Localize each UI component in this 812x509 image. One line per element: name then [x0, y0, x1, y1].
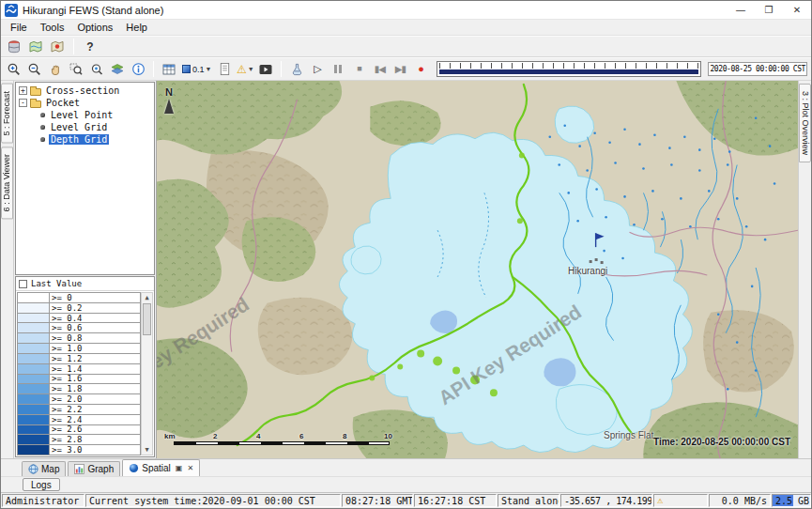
- report-icon[interactable]: [215, 60, 234, 79]
- legend-row-label: >= 2.4: [50, 415, 140, 424]
- menu-tools[interactable]: Tools: [34, 21, 71, 34]
- legend-header: Last Value: [16, 277, 154, 291]
- animation-icon[interactable]: [256, 60, 275, 79]
- tab-plot-overview[interactable]: 3 : Plot Overview: [799, 84, 811, 162]
- status-bar: Administrator Current system time:2020-0…: [1, 492, 811, 508]
- pan-hand-icon[interactable]: [46, 60, 65, 79]
- tree-expander-icon[interactable]: -: [19, 99, 27, 107]
- scroll-thumb[interactable]: [143, 303, 151, 335]
- pause-button[interactable]: [329, 60, 347, 79]
- legend-swatch: [18, 323, 50, 332]
- folder-icon: [30, 88, 41, 96]
- legend-swatch: [18, 405, 50, 414]
- step-forward-button[interactable]: ▶▮: [391, 60, 409, 79]
- legend-swatch: [18, 415, 50, 424]
- status-system-time: Current system time:2020-09-01 00:00 CST: [85, 494, 341, 507]
- thresholds-warning-dropdown[interactable]: ⚠ ▼: [236, 60, 254, 79]
- timeline-track: [439, 69, 698, 74]
- zoom-region-icon[interactable]: [67, 60, 85, 79]
- chart-icon: [74, 464, 84, 474]
- tree-item-cross-section[interactable]: +Cross-section: [16, 85, 154, 97]
- legend-row: >= 1.6: [18, 375, 140, 385]
- tab-data-viewer[interactable]: 6 : Data Viewer: [1, 147, 13, 219]
- bullet-icon: [40, 113, 45, 117]
- toolbar-separator: [73, 39, 74, 54]
- legend-row-label: >= 3.0: [50, 445, 140, 455]
- scroll-down-icon[interactable]: ▼: [145, 445, 148, 455]
- tree-item-level-point[interactable]: Level Point: [16, 109, 154, 121]
- legend-row-label: >= 2.0: [50, 394, 140, 404]
- layers-icon[interactable]: [108, 60, 127, 79]
- last-value-checkbox[interactable]: [19, 280, 27, 288]
- status-gmt-time: 08:27:18 GMT: [342, 494, 413, 507]
- legend-row: >= 1.2: [18, 354, 140, 364]
- tab-map[interactable]: Map: [22, 461, 66, 476]
- maximize-button[interactable]: ❐: [755, 1, 783, 20]
- main-area: 5 : Forecast 6 : Data Viewer +Cross-sect…: [1, 81, 811, 458]
- legend-row-label: >= 2.2: [50, 405, 140, 414]
- database-viewer-icon[interactable]: [5, 38, 23, 56]
- chevron-down-icon: ▼: [248, 66, 254, 72]
- tab-graph[interactable]: Graph: [68, 461, 120, 476]
- map-toolbar: 0.1 ▼ ⚠ ▼ ▷: [1, 57, 811, 81]
- legend-row-label: >= 1.4: [50, 364, 140, 374]
- legend-row-label: >= 0.4: [50, 314, 140, 323]
- legend-row: >= 2.4: [18, 415, 140, 425]
- legend-swatch: [18, 333, 50, 343]
- tree-item-pocket[interactable]: -Pocket: [16, 97, 154, 109]
- app-window: Hikurangi FEWS (Stand alone) — ❐ ✕ File …: [0, 0, 812, 509]
- grid-display-icon[interactable]: [160, 60, 178, 79]
- legend-swatch: [18, 303, 50, 313]
- help-button[interactable]: ?: [81, 38, 100, 56]
- tab-forecast[interactable]: 5 : Forecast: [1, 84, 13, 144]
- close-button[interactable]: ✕: [783, 1, 811, 20]
- bottom-tab-bar: Map Graph Spatial ▣ ✕: [1, 458, 811, 476]
- status-mode: Stand alone: [498, 494, 559, 507]
- zoom-out-icon[interactable]: [25, 60, 44, 79]
- legend-row: >= 1.0: [18, 344, 140, 354]
- menu-options[interactable]: Options: [70, 21, 119, 34]
- contour-value-dropdown[interactable]: 0.1 ▼: [180, 65, 213, 74]
- timeline-slider[interactable]: [437, 61, 701, 77]
- scroll-up-icon[interactable]: ▲: [145, 293, 148, 302]
- legend-row: >= 0.8: [18, 333, 140, 344]
- legend-swatch: [18, 394, 50, 404]
- status-memory: 2.5 GB: [772, 494, 811, 507]
- toolbar-separator: [153, 61, 154, 77]
- toolbar-separator: [281, 61, 282, 77]
- legend-row-label: >= 0.6: [50, 323, 140, 332]
- menu-file[interactable]: File: [4, 21, 34, 34]
- profile-tool-icon[interactable]: [287, 60, 306, 79]
- legend-scrollbar[interactable]: ▲ ▼: [141, 292, 153, 455]
- close-tab-icon[interactable]: ✕: [187, 465, 193, 472]
- zoom-extent-icon[interactable]: [87, 60, 106, 79]
- spatial-display-icon[interactable]: [48, 38, 67, 56]
- zoom-in-icon[interactable]: [5, 60, 23, 79]
- menu-bar: File Tools Options Help: [1, 20, 811, 36]
- tree-expander-icon[interactable]: +: [19, 86, 27, 95]
- tree-item-depth-grid[interactable]: Depth Grid: [16, 133, 154, 146]
- legend-row: >= 2.0: [18, 394, 140, 405]
- tree-item-level-grid[interactable]: Level Grid: [16, 121, 154, 133]
- flood-map[interactable]: N API Key Required API Key Required Hiku…: [157, 81, 798, 458]
- tab-spatial[interactable]: Spatial ▣ ✕: [122, 459, 200, 476]
- play-button[interactable]: ▷: [308, 60, 327, 79]
- record-button[interactable]: ●: [411, 60, 430, 79]
- undock-tab-icon[interactable]: ▣: [176, 465, 183, 472]
- legend-row: >= 1.8: [18, 384, 140, 394]
- stop-button[interactable]: ■: [349, 60, 368, 79]
- window-title: Hikurangi FEWS (Stand alone): [23, 5, 727, 16]
- step-back-button[interactable]: ▮◀: [370, 60, 389, 79]
- menu-help[interactable]: Help: [119, 21, 154, 34]
- map-display-icon[interactable]: [26, 38, 45, 56]
- legend-panel: Last Value >= 0>= 0.2>= 0.4>= 0.6>= 0.8>…: [15, 276, 155, 457]
- legend-swatch: [18, 375, 50, 384]
- legend-row-label: >= 1.6: [50, 375, 140, 384]
- warning-icon: ⚠: [657, 496, 663, 505]
- legend-swatch: [18, 384, 50, 393]
- chevron-down-icon: ▼: [206, 66, 212, 72]
- minimize-button[interactable]: —: [727, 1, 755, 20]
- logs-button[interactable]: Logs: [23, 478, 60, 491]
- legend-row: >= 0: [18, 293, 140, 303]
- info-icon[interactable]: [129, 60, 147, 79]
